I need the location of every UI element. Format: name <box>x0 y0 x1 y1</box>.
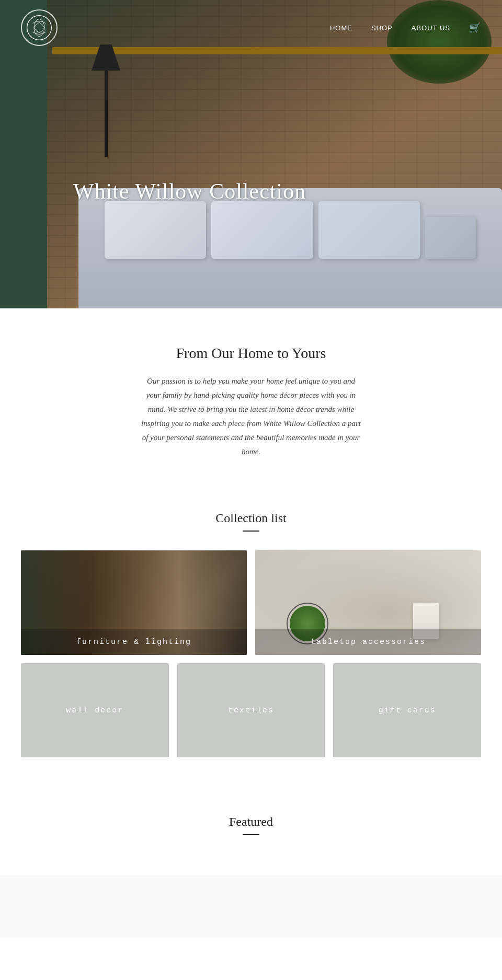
collection-section: Collection list furniture & lighting tab… <box>0 490 502 789</box>
collection-item-wall-decor[interactable]: wall decor <box>21 663 169 757</box>
collection-heading: Collection list <box>21 511 481 525</box>
nav-links: HOME SHOP ABOUT US 🛒 <box>330 22 481 33</box>
featured-section: Featured <box>0 789 502 875</box>
collection-divider <box>243 531 259 532</box>
bed-base <box>78 188 502 308</box>
navigation: HOME SHOP ABOUT US 🛒 <box>0 0 502 55</box>
collection-item-textiles[interactable]: textiles <box>177 663 325 757</box>
logo[interactable] <box>21 9 58 46</box>
pillow-2 <box>211 201 313 259</box>
hero-title: White Willow Collection <box>73 179 306 204</box>
nav-cart[interactable]: 🛒 <box>469 22 481 33</box>
collection-item-tabletop[interactable]: tabletop accessories <box>255 550 481 655</box>
nav-home[interactable]: HOME <box>330 24 352 32</box>
collection-item-gift-cards[interactable]: gift cards <box>333 663 481 757</box>
logo-icon <box>26 15 52 41</box>
gift-cards-label: gift cards <box>379 706 436 715</box>
furniture-label: furniture & lighting <box>21 629 247 655</box>
pillows <box>105 201 476 259</box>
featured-heading: Featured <box>21 815 481 829</box>
pillow-1 <box>105 201 206 259</box>
nav-about[interactable]: ABOUT US <box>412 24 450 32</box>
pillow-3 <box>318 201 420 259</box>
featured-divider <box>243 834 259 835</box>
tabletop-label: tabletop accessories <box>255 629 481 655</box>
collection-grid-top: furniture & lighting tabletop accessorie… <box>21 550 481 655</box>
svg-point-1 <box>34 19 44 36</box>
intro-section: From Our Home to Yours Our passion is to… <box>0 308 502 490</box>
lamp-post <box>105 52 108 157</box>
textiles-label: textiles <box>228 706 274 715</box>
intro-body: Our passion is to help you make your hom… <box>141 374 361 459</box>
intro-heading: From Our Home to Yours <box>21 345 481 362</box>
collection-item-furniture[interactable]: furniture & lighting <box>21 550 247 655</box>
footer-space <box>0 875 502 938</box>
nav-shop[interactable]: SHOP <box>371 24 393 32</box>
hero-section: HOME SHOP ABOUT US 🛒 White Willow Collec… <box>0 0 502 308</box>
wall-decor-label: wall decor <box>66 706 123 715</box>
pillow-4-small <box>425 217 476 259</box>
collection-grid-bottom: wall decor textiles gift cards <box>21 663 481 757</box>
